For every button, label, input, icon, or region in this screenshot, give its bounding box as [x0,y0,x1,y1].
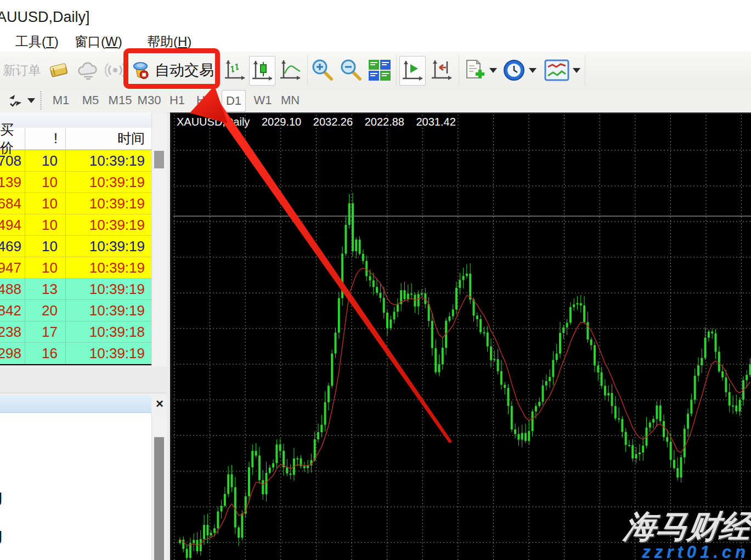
symbols-tool-button[interactable] [4,90,26,111]
main-toolbar: 新订单 [0,52,751,89]
toolbar-separator [307,55,308,86]
mt4-window: AUUSD,Daily] 工具(T)窗口(W)帮助(H) 新订单 [0,0,751,560]
timeframe-MN[interactable]: MN [279,90,302,111]
menu-item[interactable]: 窗口(W) [75,33,122,50]
toolbar-separator [459,55,459,86]
scrollbar-thumb[interactable] [154,437,164,560]
toolbar-separator [221,55,221,86]
price-cell: 298 [0,343,25,364]
flag-cell: 13 [25,279,66,300]
time-cell: 10:39:19 [66,236,151,257]
zoom-in-button[interactable] [310,56,335,84]
chevron-down-icon [27,98,35,103]
list-item-fragment: g [0,487,2,506]
zoom-out-button[interactable] [339,56,363,84]
table-row[interactable]: 4691010:39:19 [0,236,151,257]
market-watch-table: 买价!时间 7081010:39:191391010:39:196841010:… [0,128,151,365]
scrollbar-thumb[interactable] [154,151,164,168]
chevron-down-icon [489,68,497,73]
line-chart-button[interactable] [278,56,303,84]
price-cell: 708 [0,150,25,172]
table-row[interactable]: 4881310:39:19 [0,279,151,300]
table-row[interactable]: 4941010:39:19 [0,214,151,236]
flag-cell: 10 [25,257,66,279]
zoom-out-icon [340,59,363,82]
tile-windows-button[interactable] [366,56,393,84]
market-watch-book-icon[interactable] [46,56,71,84]
list-item-fragment: g [0,525,2,545]
table-row[interactable]: 2981610:39:19 [0,343,151,364]
price-cell: 684 [0,193,25,214]
time-cell: 10:39:19 [66,172,151,193]
timeframe-bar: M1M5M15M30H1H4D1W1MN [0,89,751,113]
chart-ohlc-label: XAUUSD,Daily 2029.10 2032.26 2022.88 203… [177,116,458,128]
bar-chart-button[interactable] [223,56,247,84]
timeframe-M5[interactable]: M5 [80,90,101,111]
table-row[interactable]: 7081010:39:19 [0,150,151,172]
clock-icon [502,58,526,82]
ohlc-open: 2029.10 [262,116,301,128]
flag-cell: 17 [25,321,66,343]
flag-cell: 10 [25,172,66,193]
table-row[interactable]: 9471010:39:19 [0,257,151,279]
timeframe-H4[interactable]: H4 [193,90,215,111]
timeframe-D1[interactable]: D1 [222,90,246,112]
table-row[interactable]: 8422010:39:19 [0,300,151,321]
flag-cell: 10 [25,214,66,236]
market-watch-scrollbar[interactable] [151,112,167,366]
time-cell: 10:39:19 [66,343,151,364]
price-cell: 842 [0,300,25,321]
column-header[interactable]: ! [25,128,66,150]
toolbar-grip[interactable] [40,91,42,110]
column-header[interactable]: 买价 [0,128,25,150]
time-cell: 10:39:19 [66,193,151,214]
window-title: AUUSD,Daily] [0,9,90,26]
zoom-in-icon [311,59,334,82]
book-icon [47,60,70,81]
time-cell: 10:39:19 [66,300,151,321]
chart-area[interactable]: 海马财经 zzrt01.cn [170,112,751,560]
timeframe-H1[interactable]: H1 [167,90,188,111]
watermark-url: zzrt01.cn [624,543,751,560]
symbols-tool-dropdown[interactable] [26,90,36,111]
signal-button[interactable] [104,56,126,84]
market-watch-header: 买价!时间 [0,128,151,150]
navigator-titlebar[interactable] [0,395,151,413]
close-icon[interactable]: × [153,397,166,410]
cloud-button[interactable] [76,56,101,84]
periods-dropdown[interactable] [528,56,538,84]
candlestick-chart-button[interactable] [249,56,275,86]
price-cell: 947 [0,257,25,279]
indicators-dropdown[interactable] [488,56,498,84]
menu-item[interactable]: 工具(T) [15,33,59,50]
column-header[interactable]: 时间 [66,128,151,150]
timeframe-W1[interactable]: W1 [251,90,274,111]
tile-windows-icon [368,59,392,82]
table-row[interactable]: 2381710:39:18 [0,321,151,343]
new-order-button[interactable]: 新订单 [2,56,42,84]
flag-cell: 10 [25,193,66,214]
signal-icon [105,60,126,81]
auto-scroll-icon [402,60,424,82]
timeframe-M30[interactable]: M30 [136,90,162,111]
indicators-button[interactable] [462,56,487,84]
templates-button[interactable] [543,56,571,84]
cloud-icon [76,60,100,80]
navigator-scrollbar[interactable] [151,413,167,560]
new-order-label: 新订单 [3,62,41,79]
market-watch-titlebar[interactable] [0,112,151,128]
template-icon [544,59,569,81]
indicators-icon [462,58,487,82]
ohlc-low: 2022.88 [365,116,404,128]
table-row[interactable]: 1391010:39:19 [0,172,151,193]
periods-button[interactable] [501,56,527,84]
price-cell: 488 [0,279,25,300]
ohlc-close: 2031.42 [416,116,456,128]
templates-dropdown[interactable] [572,56,581,84]
auto-scroll-button[interactable] [399,56,426,86]
chart-shift-button[interactable] [429,56,454,84]
table-row[interactable]: 6841010:39:19 [0,193,151,214]
flag-cell: 20 [25,300,66,321]
timeframe-M1[interactable]: M1 [50,90,71,111]
timeframe-M15[interactable]: M15 [108,90,133,111]
